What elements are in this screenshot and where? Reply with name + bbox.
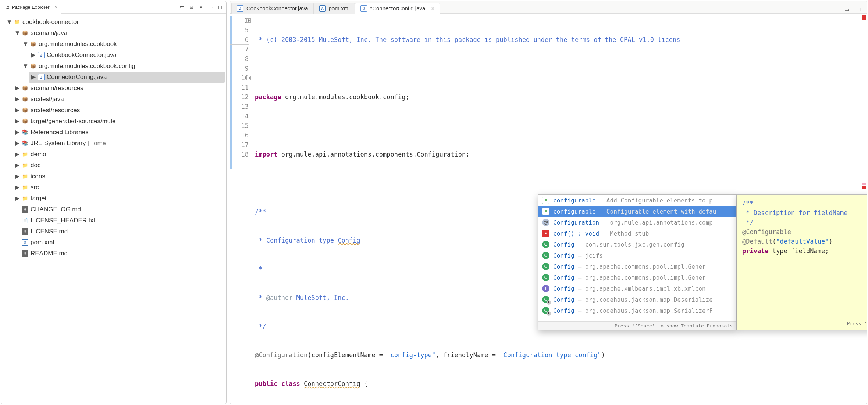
code-text: package	[255, 93, 281, 101]
folder-demo[interactable]: ▶demo	[13, 149, 225, 160]
content-assist-popup[interactable]: ≡configurable – Add Configurable element…	[538, 194, 737, 330]
proposal-item[interactable]: @Configuration – org.mule.api.annotation…	[538, 217, 736, 228]
code-text: @Configuration	[255, 351, 307, 359]
line-number: 2	[230, 16, 249, 25]
file-license-header[interactable]: ·LICENSE_HEADER.txt	[13, 215, 225, 226]
fold-toggle[interactable]: ⊟	[246, 76, 251, 80]
code-text	[300, 380, 304, 387]
ruler-error-indicator[interactable]	[862, 15, 866, 20]
maximize-editor-button[interactable]: ◻	[855, 5, 863, 13]
javadoc-tooltip[interactable]: /** * Description for fieldName */ @Conf…	[737, 194, 867, 330]
file-connectorconfig[interactable]: ▶ConnectorConfig.java	[29, 72, 225, 83]
folder-icon	[22, 195, 28, 202]
folder-icons[interactable]: ▶icons	[13, 171, 225, 182]
proposal-item[interactable]: Config – org.apache.xmlbeans.impl.xb.xml…	[538, 283, 736, 294]
src-test-resources[interactable]: ▶src/test/resources	[13, 105, 225, 116]
package-icon	[30, 41, 36, 47]
folder-src[interactable]: ▶src	[13, 182, 225, 193]
jdoc-line: @Configurable	[742, 228, 791, 236]
view-menu-button[interactable]: ▾	[197, 3, 205, 11]
tab-pom[interactable]: pom.xml	[314, 3, 355, 14]
ruler-error-mark[interactable]	[862, 186, 866, 189]
ruler-mark[interactable]	[862, 183, 866, 185]
label: src/test/resources	[31, 105, 80, 115]
jre-qualifier: [Home]	[88, 140, 108, 147]
class-icon	[542, 241, 549, 248]
proposal-main: Config	[553, 296, 574, 303]
fold-toggle[interactable]: ⊕	[246, 18, 251, 23]
folder-doc[interactable]: ▶doc	[13, 160, 225, 171]
file-changelog[interactable]: ·CHANGELOG.md	[13, 204, 225, 215]
jdoc-line: private	[742, 247, 769, 255]
src-main-java[interactable]: ▼src/main/java	[13, 28, 225, 39]
proposal-desc: – org.apache.xmlbeans.impl.xb.xmlcon	[578, 285, 706, 292]
proposal-item[interactable]: Config – com.sun.tools.jxc.gen.config	[538, 239, 736, 250]
proposal-desc: – org.apache.commons.pool.impl.Gener	[578, 263, 706, 270]
xml-file-icon	[319, 5, 326, 12]
src-test-java[interactable]: ▶src/test/java	[13, 94, 225, 105]
jdoc-line: type fieldName;	[769, 247, 829, 255]
jre-system-library[interactable]: ▶JRE System Library [Home]	[13, 138, 225, 149]
code-text: "Configuration type config"	[499, 351, 601, 359]
line-number: 11	[230, 83, 249, 92]
code-text	[277, 380, 281, 387]
template-icon: ≡	[542, 208, 549, 215]
proposal-item[interactable]: Config – org.apache.commons.pool.impl.Ge…	[538, 272, 736, 283]
target-gen-sources[interactable]: ▶target/generated-sources/mule	[13, 116, 225, 127]
method-icon	[542, 230, 549, 237]
proposal-item[interactable]: Config – org.codehaus.jackson.map.Deseri…	[538, 294, 736, 305]
proposal-main: Config	[553, 307, 574, 314]
label: src	[31, 182, 39, 193]
label: CHANGELOG.md	[31, 204, 81, 215]
file-pom[interactable]: ·pom.xml	[13, 237, 225, 248]
maximize-button[interactable]: ◻	[216, 3, 224, 11]
src-folder-icon	[22, 30, 28, 36]
label: target	[31, 193, 46, 204]
proposal-list[interactable]: ≡configurable – Add Configurable element…	[538, 195, 736, 321]
tab-connectorconfig[interactable]: *ConnectorConfig.java×	[355, 3, 440, 14]
gutter[interactable]: 2⊕ 5 6 7 8 9 10⊟ 11 12 13 14 15 16 17 18	[230, 14, 252, 404]
package-config[interactable]: ▼org.mule.modules.cookbook.config	[21, 61, 225, 72]
tab-cookbookconnector[interactable]: CookbookConnector.java	[231, 3, 314, 14]
proposal-item-selected[interactable]: ≡configurable – Configurable element wit…	[538, 206, 736, 217]
explorer-tab[interactable]: 🗂 Package Explorer ×	[1, 1, 61, 14]
proposal-item[interactable]: Config – org.codehaus.jackson.map.Serial…	[538, 305, 736, 316]
link-with-editor-button[interactable]: ⇄	[178, 3, 186, 11]
src-folder-icon	[22, 85, 28, 92]
package-cookbook[interactable]: ▼org.mule.modules.cookbook	[21, 39, 225, 50]
minimize-button[interactable]: ▭	[206, 3, 214, 11]
minimize-editor-button[interactable]: ▭	[843, 5, 851, 13]
file-license[interactable]: ·LICENSE.md	[13, 226, 225, 237]
code-text: @author	[266, 294, 293, 301]
jdoc-line: @Default	[742, 238, 772, 245]
tab-label: *ConnectorConfig.java	[370, 5, 425, 11]
jdoc-line: * Description for fieldName	[742, 209, 848, 216]
abstract-class-icon	[542, 307, 549, 314]
src-main-resources[interactable]: ▶src/main/resources	[13, 83, 225, 94]
file-cookbookconnector[interactable]: ▶CookbookConnector.java	[29, 50, 225, 61]
label: LICENSE_HEADER.txt	[31, 215, 95, 226]
tab-label: CookbookConnector.java	[246, 5, 308, 11]
code-text: *	[255, 265, 262, 273]
proposal-item[interactable]: Config – jcifs	[538, 250, 736, 261]
src-folder-icon	[22, 96, 28, 103]
referenced-libraries[interactable]: ▶Referenced Libraries	[13, 127, 225, 138]
code-text: public	[255, 380, 277, 387]
proposal-item[interactable]: ≡configurable – Add Configurable element…	[538, 195, 736, 206]
file-readme[interactable]: ·README.md	[13, 248, 225, 259]
annotation-icon: @	[542, 219, 549, 226]
tab-label: pom.xml	[329, 5, 350, 11]
project-node[interactable]: ▼cookbook-connector	[5, 17, 225, 28]
close-icon[interactable]: ×	[55, 4, 58, 10]
label: LICENSE.md	[31, 226, 68, 237]
close-tab-icon[interactable]: ×	[431, 5, 434, 11]
editor-body[interactable]: 2⊕ 5 6 7 8 9 10⊟ 11 12 13 14 15 16 17 18…	[230, 14, 867, 404]
proposal-item[interactable]: conf() : void – Method stub	[538, 228, 736, 239]
label: org.mule.modules.cookbook.config	[39, 61, 135, 71]
code-text: ConnectorConfig	[304, 380, 360, 387]
folder-target[interactable]: ▶target	[13, 193, 225, 204]
package-explorer-panel: 🗂 Package Explorer × ⇄ ⊟ ▾ ▭ ◻ ▼cookbook…	[1, 1, 227, 404]
label: src/main/resources	[31, 83, 83, 93]
proposal-item[interactable]: Config – org.apache.commons.pool.impl.Ge…	[538, 261, 736, 272]
collapse-all-button[interactable]: ⊟	[187, 3, 195, 11]
